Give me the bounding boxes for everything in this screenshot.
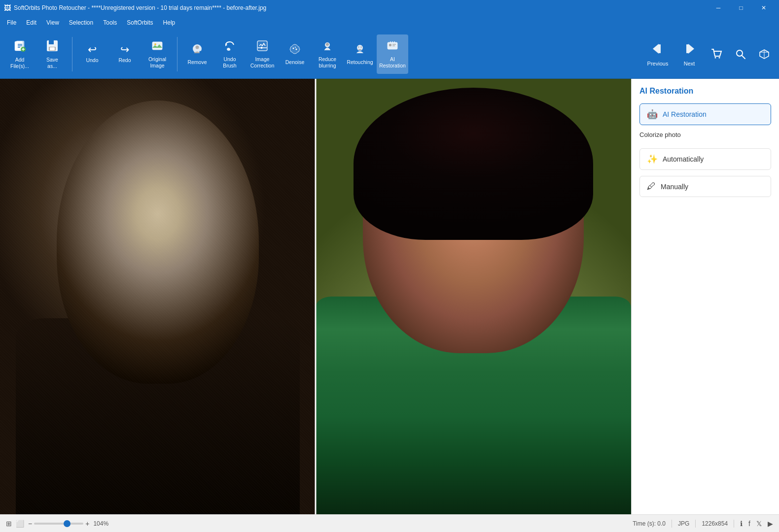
svg-marker-40 (688, 44, 694, 54)
previous-button[interactable]: Previous (643, 34, 673, 74)
undo-button[interactable]: ↩ Undo (76, 34, 108, 74)
add-files-icon (13, 39, 27, 55)
left-image-panel (0, 79, 316, 514)
reduce-blurring-icon (321, 39, 334, 54)
facebook-icon[interactable]: f (748, 520, 750, 528)
svg-point-42 (715, 57, 716, 58)
svg-point-23 (293, 48, 294, 49)
undo-brush-icon (223, 39, 236, 54)
menu-edit[interactable]: Edit (21, 17, 41, 28)
toolbar-group-files: AddFile(s)... Saveas... (4, 32, 68, 76)
play-icon[interactable]: ▶ (768, 520, 773, 528)
redo-button[interactable]: ↪ Redo (109, 34, 141, 74)
toolbar-sep-2 (177, 37, 177, 71)
ai-restoration-icon (386, 39, 399, 54)
add-files-button[interactable]: AddFile(s)... (4, 34, 35, 74)
titlebar-controls[interactable]: ─ □ ✕ (707, 0, 775, 16)
save-as-label: Saveas... (46, 57, 58, 69)
image-divider[interactable] (315, 79, 317, 514)
zoom-out-icon[interactable]: − (28, 520, 32, 528)
menu-view[interactable]: View (41, 17, 64, 28)
bw-suit (16, 318, 300, 514)
toolbar: AddFile(s)... Saveas... ↩ Undo ↪ Redo (0, 30, 779, 79)
cart-button[interactable] (706, 34, 728, 74)
undo-icon: ↩ (88, 44, 97, 55)
color-portrait (316, 79, 631, 514)
search-button[interactable] (730, 34, 751, 74)
3d-box-button[interactable] (753, 34, 775, 74)
next-button[interactable]: Next (674, 34, 704, 74)
status-right: Time (s): 0.0 JPG 1226x854 ℹ f 𝕏 ▶ (633, 520, 773, 528)
ai-restoration-button[interactable]: AIRestoration (377, 34, 408, 74)
menubar: File Edit View Selection Tools SoftOrbit… (0, 16, 779, 30)
undo-brush-button[interactable]: UndoBrush (214, 34, 246, 74)
titlebar: 🖼 SoftOrbits Photo Retoucher - ****Unreg… (0, 0, 779, 16)
ai-restoration-panel-icon: 🤖 (647, 109, 658, 120)
info-icon[interactable]: ℹ (740, 520, 743, 528)
canvas-area[interactable] (0, 79, 631, 514)
reduce-blurring-button[interactable]: Reduceblurring (312, 34, 343, 74)
file-format: JPG (678, 520, 689, 527)
fit-screen-icon[interactable]: ⊞ (6, 520, 12, 528)
svg-point-24 (295, 47, 296, 48)
bw-face (57, 100, 259, 384)
toolbar-nav: Previous Next (643, 34, 775, 74)
manual-colorize-icon: 🖊 (647, 181, 656, 192)
main-content: AI Restoration 🤖 AI Restoration Colorize… (0, 79, 779, 514)
automatically-button[interactable]: ✨ Automatically (639, 148, 771, 170)
panel-title: AI Restoration (639, 87, 771, 96)
menu-softorbits[interactable]: SoftOrbits (122, 17, 158, 28)
manually-label: Manually (661, 183, 688, 191)
actual-size-icon[interactable]: ⬜ (16, 520, 24, 528)
svg-point-13 (154, 43, 156, 45)
right-image-panel (316, 79, 631, 514)
minimize-button[interactable]: ─ (707, 0, 730, 16)
retouching-button[interactable]: Retouching (344, 34, 376, 74)
svg-rect-39 (659, 44, 661, 53)
zoom-value: 104% (93, 520, 108, 527)
next-label: Next (684, 61, 695, 66)
save-as-icon (45, 39, 59, 55)
image-container (0, 79, 631, 514)
zoom-thumb[interactable] (64, 520, 71, 527)
svg-point-43 (719, 57, 720, 58)
menu-help[interactable]: Help (158, 17, 180, 28)
image-correction-icon (256, 39, 269, 54)
right-panel: AI Restoration 🤖 AI Restoration Colorize… (631, 79, 779, 514)
original-image-button[interactable]: OriginalImage (142, 34, 173, 74)
color-hair (354, 88, 593, 240)
menu-selection[interactable]: Selection (64, 17, 98, 28)
svg-point-25 (296, 49, 297, 50)
zoom-in-icon[interactable]: + (85, 520, 89, 528)
status-sep-3 (734, 520, 734, 528)
bw-portrait (0, 79, 316, 514)
menu-file[interactable]: File (2, 17, 21, 28)
image-correction-button[interactable]: ImageCorrection (247, 34, 278, 74)
ai-restoration-panel-label: AI Restoration (663, 110, 707, 118)
previous-icon (649, 42, 667, 59)
ai-restoration-label: AIRestoration (379, 56, 406, 68)
denoise-button[interactable]: Denoise (279, 34, 311, 74)
save-as-button[interactable]: Saveas... (36, 34, 68, 74)
twitter-icon[interactable]: 𝕏 (756, 520, 762, 528)
zoom-slider[interactable] (34, 523, 83, 525)
ai-restoration-panel-button[interactable]: 🤖 AI Restoration (639, 103, 771, 125)
status-left: ⊞ ⬜ − + 104% (6, 520, 629, 528)
close-button[interactable]: ✕ (752, 0, 775, 16)
next-icon (680, 42, 698, 59)
manually-button[interactable]: 🖊 Manually (639, 176, 771, 197)
svg-point-29 (358, 47, 359, 48)
toolbar-group-history: ↩ Undo ↪ Redo OriginalImage (76, 32, 173, 76)
time-label: Time (s): 0.0 (633, 520, 666, 527)
svg-marker-38 (653, 44, 659, 54)
redo-icon: ↪ (120, 44, 129, 55)
auto-colorize-icon: ✨ (647, 154, 658, 165)
menu-tools[interactable]: Tools (98, 17, 122, 28)
remove-button[interactable]: Remove (181, 34, 213, 74)
redo-label: Redo (118, 57, 131, 64)
denoise-label: Denoise (285, 59, 305, 66)
svg-rect-12 (152, 42, 162, 50)
maximize-button[interactable]: □ (730, 0, 752, 16)
automatically-label: Automatically (663, 155, 704, 163)
status-sep-2 (695, 520, 696, 528)
